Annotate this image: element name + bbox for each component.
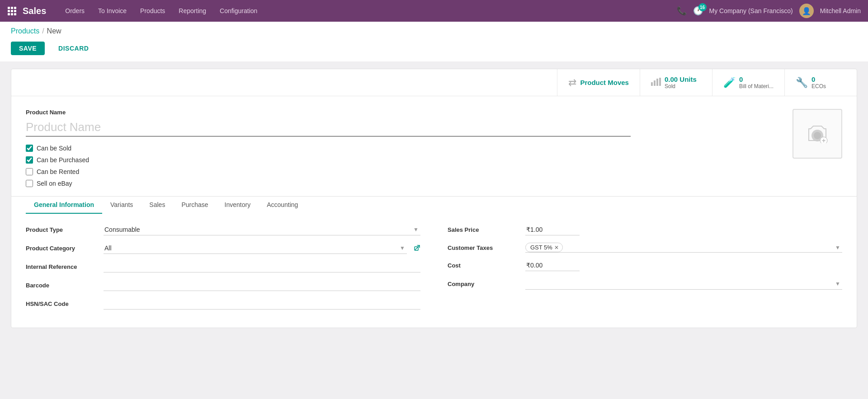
- hsn-sac-row: HSN/SAC Code: [26, 298, 420, 310]
- tab-inventory[interactable]: Inventory: [217, 197, 259, 214]
- sales-price-input[interactable]: [525, 224, 580, 235]
- product-moves-icon: ⇄: [568, 77, 576, 89]
- svg-rect-6: [8, 13, 10, 15]
- svg-rect-9: [651, 82, 653, 86]
- tabs-bar: General Information Variants Sales Purch…: [11, 196, 857, 213]
- bom-label: Bill of Materi...: [739, 83, 774, 89]
- stat-units-sold[interactable]: 0.00 Units Sold: [640, 69, 712, 96]
- app-name: Sales: [23, 6, 46, 16]
- product-type-select[interactable]: Consumable Storable Product Service: [104, 224, 420, 235]
- username[interactable]: Mitchell Admin: [820, 7, 861, 14]
- bom-text: 0 Bill of Materi...: [739, 75, 774, 89]
- svg-text:+: +: [822, 137, 826, 143]
- company-select-wrap: ▼: [525, 278, 842, 290]
- grid-icon[interactable]: [7, 6, 16, 15]
- product-name-label: Product Name: [26, 109, 782, 116]
- hsn-sac-input[interactable]: [104, 298, 420, 310]
- svg-rect-11: [656, 79, 658, 86]
- customer-taxes-dropdown-icon: ▼: [835, 244, 840, 251]
- svg-rect-1: [11, 7, 13, 9]
- svg-rect-8: [14, 13, 16, 15]
- product-category-row: Product Category All ▼: [26, 243, 420, 254]
- barcode-input[interactable]: [104, 280, 420, 291]
- customer-taxes-select-wrap: GST 5% ✕ ▼: [525, 243, 842, 253]
- phone-icon[interactable]: 📞: [677, 6, 687, 16]
- svg-rect-3: [8, 10, 10, 12]
- tab-variants[interactable]: Variants: [102, 197, 141, 214]
- cost-row: Cost: [448, 260, 842, 271]
- menu-products[interactable]: Products: [135, 5, 170, 17]
- product-header: Product Name Can be Sold Can be Purchase…: [11, 96, 857, 196]
- product-moves-text: Product Moves: [580, 79, 629, 86]
- ecos-value: 0: [811, 75, 826, 83]
- sales-price-row: Sales Price: [448, 224, 842, 235]
- units-sold-text: 0.00 Units Sold: [665, 75, 697, 89]
- top-navigation: Sales Orders To Invoice Products Reporti…: [0, 0, 868, 22]
- bom-icon: 🧪: [723, 77, 736, 89]
- stat-bar: ⇄ Product Moves 0.00 Units Sold: [11, 69, 857, 96]
- tab-sales[interactable]: Sales: [141, 197, 173, 214]
- tab-general-information[interactable]: General Information: [26, 197, 102, 214]
- checkbox-can-be-purchased-label: Can be Purchased: [37, 156, 89, 164]
- customer-taxes-label: Customer Taxes: [448, 244, 520, 251]
- stat-product-moves[interactable]: ⇄ Product Moves: [557, 69, 640, 96]
- menu-to-invoice[interactable]: To Invoice: [93, 5, 132, 17]
- company-select[interactable]: [525, 278, 842, 289]
- svg-rect-5: [14, 10, 16, 12]
- checkbox-sell-on-ebay-row[interactable]: Sell on eBay: [26, 180, 782, 187]
- stat-ecos[interactable]: 🔧 0 ECOs: [784, 69, 857, 96]
- notification-badge: 16: [698, 3, 707, 11]
- svg-rect-7: [11, 13, 13, 15]
- product-header-left: Product Name Can be Sold Can be Purchase…: [26, 109, 782, 187]
- barcode-label: Barcode: [26, 282, 98, 289]
- svg-rect-12: [659, 78, 661, 86]
- menu-reporting[interactable]: Reporting: [173, 5, 212, 17]
- internal-reference-label: Internal Reference: [26, 263, 98, 270]
- gst-tag-close[interactable]: ✕: [554, 244, 559, 251]
- units-sold-icon: [651, 77, 661, 89]
- stat-bom[interactable]: 🧪 0 Bill of Materi...: [712, 69, 784, 96]
- discard-button[interactable]: DISCARD: [50, 42, 97, 55]
- cost-label: Cost: [448, 262, 520, 269]
- internal-reference-input[interactable]: [104, 261, 420, 272]
- cost-input[interactable]: [525, 260, 580, 271]
- product-category-label: Product Category: [26, 245, 98, 252]
- avatar[interactable]: 👤: [799, 4, 814, 18]
- product-category-external-link[interactable]: [414, 244, 420, 252]
- notification-bell[interactable]: 🕐 16: [693, 6, 703, 16]
- menu-configuration[interactable]: Configuration: [214, 5, 263, 17]
- checkbox-can-be-rented-row[interactable]: Can be Rented: [26, 168, 782, 175]
- topnav-right: 📞 🕐 16 My Company (San Francisco) 👤 Mitc…: [677, 4, 861, 18]
- product-type-label: Product Type: [26, 226, 98, 233]
- breadcrumb-parent[interactable]: Products: [11, 27, 39, 35]
- svg-point-13: [814, 132, 821, 139]
- checkbox-can-be-rented[interactable]: [26, 168, 33, 175]
- save-button[interactable]: SAVE: [11, 42, 45, 55]
- checkbox-can-be-sold[interactable]: [26, 145, 33, 152]
- product-category-select[interactable]: All: [104, 243, 407, 253]
- form-left-col: Product Type Consumable Storable Product…: [26, 224, 420, 317]
- product-name-input[interactable]: [26, 118, 631, 136]
- checkbox-can-be-purchased[interactable]: [26, 156, 33, 164]
- units-sold-value: 0.00 Units: [665, 75, 697, 83]
- checkbox-can-be-sold-label: Can be Sold: [37, 145, 71, 152]
- main-content: ⇄ Product Moves 0.00 Units Sold: [0, 61, 868, 335]
- tab-accounting[interactable]: Accounting: [259, 197, 306, 214]
- breadcrumb-current: New: [47, 27, 61, 35]
- company-name[interactable]: My Company (San Francisco): [709, 7, 793, 14]
- checkbox-can-be-purchased-row[interactable]: Can be Purchased: [26, 156, 782, 164]
- checkbox-sell-on-ebay[interactable]: [26, 180, 33, 187]
- svg-rect-0: [8, 7, 10, 9]
- form-body: Product Type Consumable Storable Product…: [11, 213, 857, 328]
- checkbox-can-be-sold-row[interactable]: Can be Sold: [26, 145, 782, 152]
- company-label: Company: [448, 281, 520, 287]
- camera-icon: +: [806, 123, 829, 145]
- tab-purchase[interactable]: Purchase: [173, 197, 216, 214]
- gst-tag-label: GST 5%: [530, 244, 552, 251]
- form-right-col: Sales Price Customer Taxes GST 5% ✕ ▼ Co…: [448, 224, 842, 317]
- breadcrumb: Products / New: [0, 22, 868, 38]
- sales-price-label: Sales Price: [448, 226, 520, 233]
- barcode-row: Barcode: [26, 280, 420, 291]
- product-image-upload[interactable]: +: [793, 109, 842, 159]
- menu-orders[interactable]: Orders: [60, 5, 90, 17]
